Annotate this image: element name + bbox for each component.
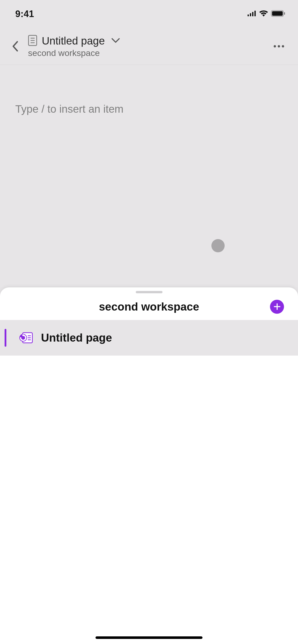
status-indicators [248, 10, 285, 18]
active-indicator [5, 329, 6, 347]
chevron-left-icon [12, 41, 19, 52]
svg-rect-1 [250, 13, 251, 16]
sheet-header: second workspace [0, 293, 298, 320]
sheet-grabber[interactable] [136, 291, 162, 293]
status-time: 9:41 [15, 9, 34, 19]
chevron-down-icon [111, 38, 120, 44]
cellular-signal-icon [248, 11, 256, 17]
sheet-title: second workspace [99, 300, 199, 313]
editor-area[interactable]: Type / to insert an item [0, 65, 298, 115]
svg-rect-5 [272, 11, 283, 16]
wifi-icon [259, 10, 268, 18]
workspace-subtitle: second workspace [28, 48, 270, 58]
svg-point-13 [282, 45, 284, 48]
page-list-item[interactable]: Untitled page [0, 320, 298, 356]
svg-rect-0 [248, 14, 249, 16]
battery-icon [271, 10, 285, 18]
ellipsis-icon [273, 45, 285, 48]
workspace-sheet: second workspace Untitled page [0, 287, 298, 644]
cursor-indicator [211, 239, 225, 252]
status-bar: 9:41 [0, 0, 298, 28]
add-page-button[interactable] [270, 300, 284, 314]
page-icon [28, 35, 37, 47]
page-item-icon [19, 331, 34, 344]
more-options-button[interactable] [270, 37, 288, 55]
svg-point-11 [274, 45, 276, 48]
title-block: Untitled page second workspace [25, 35, 270, 58]
plus-icon [273, 303, 281, 311]
svg-rect-3 [254, 11, 256, 16]
editor-placeholder: Type / to insert an item [15, 103, 283, 115]
page-list: Untitled page [0, 320, 298, 356]
page-header: Untitled page second workspace [0, 28, 298, 65]
svg-point-19 [22, 334, 24, 336]
title-row[interactable]: Untitled page [28, 35, 270, 47]
back-button[interactable] [8, 39, 23, 54]
svg-rect-6 [284, 12, 285, 15]
svg-rect-2 [252, 12, 253, 16]
page-item-label: Untitled page [41, 331, 112, 344]
svg-point-12 [278, 45, 280, 48]
home-indicator[interactable] [96, 636, 202, 639]
page-title: Untitled page [42, 35, 105, 47]
